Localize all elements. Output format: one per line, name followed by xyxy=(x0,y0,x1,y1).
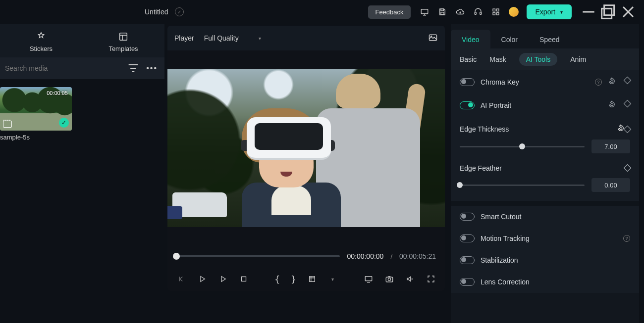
svg-rect-14 xyxy=(242,277,246,281)
video-tab[interactable]: Video xyxy=(451,30,490,48)
svg-rect-15 xyxy=(310,277,315,282)
more-options-icon[interactable]: ••• xyxy=(144,64,160,73)
stickers-tab[interactable]: Stickers xyxy=(0,28,82,55)
device-preview-icon[interactable] xyxy=(416,3,433,21)
added-check-icon: ✓ xyxy=(59,118,69,128)
svg-rect-7 xyxy=(493,13,495,15)
support-icon[interactable] xyxy=(469,3,487,21)
save-icon[interactable] xyxy=(433,3,451,21)
ai-portrait-toggle[interactable] xyxy=(460,101,475,109)
mark-out-button[interactable]: } xyxy=(291,274,296,284)
project-title: Untitled xyxy=(145,8,168,16)
svg-point-18 xyxy=(388,278,390,280)
mark-in-button[interactable]: { xyxy=(274,274,280,284)
svg-rect-3 xyxy=(475,12,476,15)
cloud-download-icon[interactable] xyxy=(451,3,469,21)
chroma-key-label: Chroma Key xyxy=(481,78,591,86)
chevron-down-icon: ▾ xyxy=(259,36,261,41)
search-row: ••• xyxy=(0,57,164,79)
stabilization-toggle[interactable] xyxy=(460,256,475,264)
time-separator: / xyxy=(390,253,392,260)
svg-rect-2 xyxy=(441,12,444,15)
templates-label: Templates xyxy=(108,45,138,52)
help-icon[interactable]: ? xyxy=(595,79,602,86)
window-close-button[interactable] xyxy=(618,3,638,21)
stabilization-label: Stabilization xyxy=(481,256,630,264)
svg-rect-16 xyxy=(365,277,372,281)
player-panel: Player Full Quality▾ 00:00:00:00 / 00:00… xyxy=(164,24,448,323)
svg-rect-0 xyxy=(421,9,428,14)
motion-tracking-label: Motion Tracking xyxy=(481,234,619,242)
window-maximize-button[interactable] xyxy=(598,3,618,21)
prev-frame-button[interactable] xyxy=(176,274,186,284)
display-settings-button[interactable] xyxy=(364,274,374,284)
anim-subtab[interactable]: Anim xyxy=(570,55,586,63)
help-icon[interactable]: ? xyxy=(623,235,630,242)
preview-frame[interactable] xyxy=(167,69,445,227)
reset-icon[interactable] xyxy=(608,100,616,110)
svg-rect-5 xyxy=(493,9,495,11)
reset-icon[interactable] xyxy=(608,77,616,87)
media-thumbnail[interactable]: 00:00:05 ✓ xyxy=(0,87,72,131)
svg-rect-8 xyxy=(496,13,499,15)
edge-thickness-section: Edge Thickness 7.00 xyxy=(451,117,639,162)
chroma-key-toggle[interactable] xyxy=(460,78,475,86)
keyframe-icon[interactable] xyxy=(625,77,630,87)
next-frame-button[interactable] xyxy=(218,274,228,284)
saved-indicator-icon: ✓ xyxy=(175,7,184,16)
player-label: Player xyxy=(174,34,194,42)
smart-cutout-toggle[interactable] xyxy=(460,213,475,221)
edge-thickness-label: Edge Thickness xyxy=(460,125,617,133)
keyframe-icon[interactable] xyxy=(625,165,630,172)
stickers-icon xyxy=(36,31,47,42)
svg-rect-6 xyxy=(496,9,499,11)
export-button[interactable]: Export▾ xyxy=(527,4,572,19)
svg-rect-11 xyxy=(120,33,127,41)
volume-button[interactable] xyxy=(405,274,415,284)
camera-button[interactable] xyxy=(384,274,394,284)
lens-correction-toggle[interactable] xyxy=(460,278,475,286)
color-tab[interactable]: Color xyxy=(490,30,529,48)
chevron-down-icon: ▾ xyxy=(560,9,563,15)
clip-duration: 00:00:05 xyxy=(47,90,68,96)
edge-feather-value[interactable]: 0.00 xyxy=(591,178,630,192)
edge-thickness-slider[interactable] xyxy=(460,146,585,147)
film-icon xyxy=(3,121,12,128)
keyframe-icon[interactable] xyxy=(625,126,630,134)
reset-icon[interactable] xyxy=(617,126,625,134)
motion-tracking-row: Motion Tracking ? xyxy=(451,228,639,249)
quality-dropdown[interactable]: Full Quality▾ xyxy=(201,32,264,44)
stop-button[interactable] xyxy=(239,274,249,284)
media-panel: Stickers Templates ••• 00:00:05 ✓ sample… xyxy=(0,24,164,323)
svg-rect-1 xyxy=(441,9,443,11)
window-minimize-button[interactable] xyxy=(579,3,598,21)
feedback-button[interactable]: Feedback xyxy=(368,5,410,19)
play-button[interactable] xyxy=(197,274,207,284)
credits-icon[interactable] xyxy=(509,7,519,17)
lens-correction-label: Lens Correction xyxy=(481,278,630,286)
clip-name: sample-5s xyxy=(0,134,161,141)
edge-feather-section: Edge Feather 0.00 xyxy=(451,162,639,201)
mask-subtab[interactable]: Mask xyxy=(489,55,506,63)
templates-icon xyxy=(118,31,129,42)
crop-button[interactable] xyxy=(307,274,317,284)
keyframe-icon[interactable] xyxy=(625,100,630,110)
timeline-scrubber[interactable] xyxy=(176,255,340,257)
snapshot-icon[interactable] xyxy=(428,33,438,44)
titlebar: Untitled ✓ Feedback Export▾ xyxy=(0,0,644,24)
search-input[interactable] xyxy=(5,64,122,72)
apps-grid-icon[interactable] xyxy=(487,3,505,21)
templates-tab[interactable]: Templates xyxy=(82,28,164,55)
basic-subtab[interactable]: Basic xyxy=(460,55,477,63)
speed-tab[interactable]: Speed xyxy=(529,30,570,48)
edge-feather-label: Edge Feather xyxy=(460,164,625,172)
svg-rect-4 xyxy=(480,12,481,15)
smart-cutout-label: Smart Cutout xyxy=(481,213,630,221)
edge-thickness-value[interactable]: 7.00 xyxy=(591,139,630,153)
filter-icon[interactable] xyxy=(126,61,140,75)
motion-tracking-toggle[interactable] xyxy=(460,234,475,242)
fullscreen-button[interactable] xyxy=(426,274,436,284)
ai-tools-subtab[interactable]: AI Tools xyxy=(519,53,558,66)
chevron-down-icon[interactable]: ▾ xyxy=(328,274,338,284)
edge-feather-slider[interactable] xyxy=(460,185,585,186)
